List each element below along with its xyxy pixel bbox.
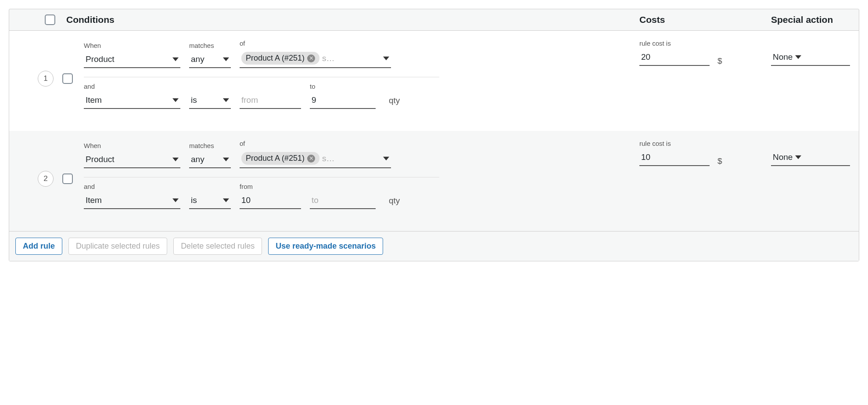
item-value: Item (86, 195, 102, 205)
chip-remove-icon[interactable]: ✕ (307, 155, 315, 163)
special-field-group: None (771, 140, 850, 166)
spacer-label (189, 83, 231, 90)
is-value: is (191, 95, 197, 105)
rule-row: 1 When Product matches any (9, 31, 859, 131)
product-chip: Product A (#251) ✕ (241, 52, 319, 65)
to-input[interactable] (310, 192, 376, 209)
of-select[interactable]: Product A (#251) ✕ s… (240, 49, 391, 68)
matches-select[interactable]: any (189, 152, 231, 168)
rule-checkbox[interactable] (62, 174, 73, 184)
when-label: When (84, 42, 180, 49)
is-select[interactable]: is (189, 192, 231, 209)
product-chip: Product A (#251) ✕ (241, 152, 319, 165)
chevron-down-icon (795, 54, 801, 60)
chip-remove-icon[interactable]: ✕ (307, 54, 315, 62)
rule-checkbox[interactable] (62, 73, 73, 84)
to-field-group: to (310, 83, 376, 109)
is-field-group: is (189, 183, 231, 209)
from-label: from (240, 183, 301, 190)
special-select[interactable]: None (771, 49, 850, 66)
currency-unit: $ (717, 156, 722, 166)
chip-search-placeholder: s… (322, 154, 335, 163)
when-select[interactable]: Product (84, 152, 180, 168)
matches-field-group: matches any (189, 42, 231, 68)
duplicate-rules-button[interactable]: Duplicate selected rules (68, 238, 167, 255)
header-checkbox-col (18, 14, 66, 25)
matches-select[interactable]: any (189, 51, 231, 68)
is-field-group: is (189, 83, 231, 109)
item-select[interactable]: Item (84, 92, 180, 109)
and-label: and (84, 183, 180, 190)
chevron-down-icon (172, 197, 179, 203)
qty-unit: qty (389, 96, 400, 105)
costs-column: rule cost is $ (639, 140, 771, 218)
when-field-group: When Product (84, 42, 180, 68)
add-rule-button[interactable]: Add rule (15, 238, 62, 255)
to-field-group (310, 183, 376, 209)
delete-rules-button[interactable]: Delete selected rules (173, 238, 262, 255)
spacer-label (189, 183, 231, 190)
is-select[interactable]: is (189, 92, 231, 109)
special-select[interactable]: None (771, 149, 850, 166)
divider (84, 177, 439, 177)
item-select[interactable]: Item (84, 192, 180, 209)
item-value: Item (86, 95, 102, 105)
condition-line-2: and Item is (84, 83, 639, 109)
chevron-down-icon (223, 197, 229, 203)
footer-actions: Add rule Duplicate selected rules Delete… (9, 231, 859, 261)
header-costs: Costs (639, 14, 771, 25)
divider (84, 77, 439, 77)
ready-scenarios-button[interactable]: Use ready-made scenarios (268, 238, 383, 255)
cost-field-group: rule cost is $ (639, 40, 771, 66)
rule-number: 1 (43, 74, 47, 83)
when-select[interactable]: Product (84, 51, 180, 68)
from-input[interactable] (240, 92, 301, 109)
select-all-checkbox[interactable] (45, 14, 55, 25)
to-label: to (310, 83, 376, 90)
from-field-group (240, 83, 301, 109)
qty-unit: qty (389, 196, 400, 206)
cost-label: rule cost is (639, 140, 771, 147)
chip-label: Product A (#251) (246, 54, 305, 63)
of-label: of (240, 40, 391, 47)
chevron-down-icon (795, 154, 801, 160)
matches-label: matches (189, 42, 231, 49)
cost-field-group: rule cost is $ (639, 140, 771, 166)
chevron-down-icon (383, 155, 389, 162)
header-conditions: Conditions (66, 14, 639, 25)
spacer-label (771, 140, 850, 147)
chevron-down-icon (172, 97, 179, 103)
and-field-group: and Item (84, 183, 180, 209)
chevron-down-icon (223, 156, 229, 163)
matches-value: any (191, 54, 204, 64)
rules-table: Conditions Costs Special action 1 When P… (9, 9, 859, 261)
when-label: When (84, 142, 180, 149)
when-value: Product (86, 155, 114, 164)
from-input[interactable] (240, 192, 301, 209)
rule-lead: 2 (18, 140, 84, 218)
spacer-label (310, 183, 376, 190)
matches-label: matches (189, 142, 231, 149)
cost-input[interactable] (639, 149, 710, 166)
rule-number: 2 (43, 174, 47, 183)
from-field-group: from (240, 183, 301, 209)
rule-lead: 1 (18, 40, 84, 118)
rule-number-badge: 2 (38, 171, 54, 187)
chip-search-placeholder: s… (322, 54, 335, 63)
to-input[interactable] (310, 92, 376, 109)
special-column: None (771, 40, 850, 118)
matches-value: any (191, 155, 204, 164)
costs-column: rule cost is $ (639, 40, 771, 118)
of-field-group: of Product A (#251) ✕ s… (240, 40, 391, 68)
chevron-down-icon (172, 56, 179, 62)
and-label: and (84, 83, 180, 90)
header-special: Special action (771, 14, 850, 25)
cost-input[interactable] (639, 49, 710, 66)
of-select[interactable]: Product A (#251) ✕ s… (240, 149, 391, 168)
condition-line-1: When Product matches any of (84, 140, 639, 168)
rule-row: 2 When Product matches any (9, 131, 859, 231)
special-field-group: None (771, 40, 850, 66)
chevron-down-icon (172, 156, 179, 163)
special-value: None (773, 52, 793, 62)
condition-line-2: and Item is from (84, 183, 639, 209)
